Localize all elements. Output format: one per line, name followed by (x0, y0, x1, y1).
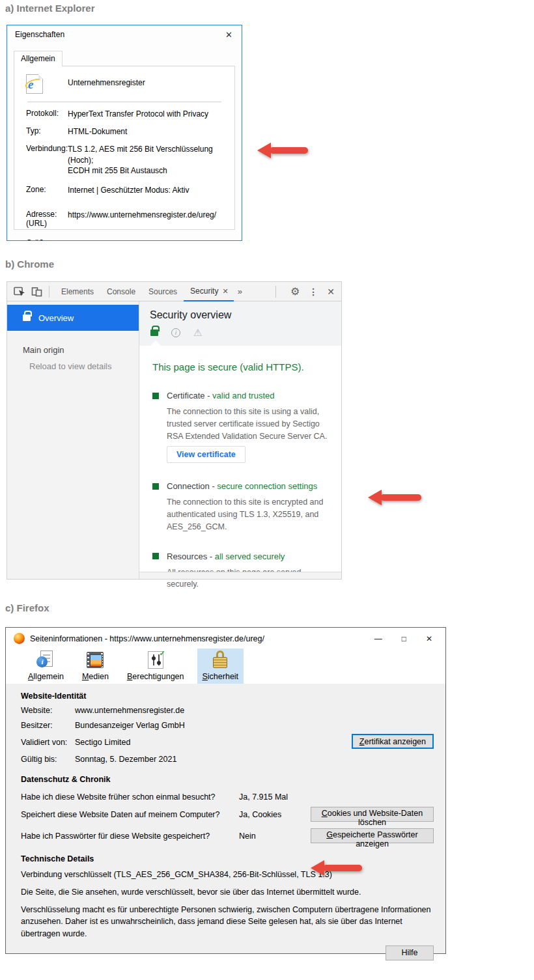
close-icon[interactable]: ✕ (327, 287, 335, 297)
tab-allgemein-label: Allgemein (28, 672, 64, 681)
tab-medien-label: Medien (82, 672, 109, 681)
ie-row-label: Zone: (26, 185, 68, 195)
row-value: Sonntag, 5. Dezember 2021 (75, 755, 176, 764)
media-filmstrip-icon (85, 651, 105, 670)
row-label: Website: (21, 706, 75, 715)
close-tab-icon[interactable]: ✕ (222, 287, 228, 296)
maximize-icon[interactable]: □ (402, 634, 406, 643)
kebab-menu-icon[interactable]: ⋮ (309, 287, 318, 297)
privacy-question: Habe ich Passwörter für diese Website ge… (21, 832, 239, 841)
privacy-row-cookies: Speichert diese Website Daten auf meinem… (21, 807, 434, 822)
close-icon[interactable]: ✕ (426, 634, 432, 643)
ie-row-label: Typ: (26, 126, 68, 137)
certificate-heading: Certificate - valid and trusted (167, 391, 274, 400)
permissions-sliders-icon: ✓ (146, 651, 165, 670)
ie-logo-icon: e (26, 74, 43, 94)
info-icon[interactable]: i (171, 328, 180, 337)
sidebar-item-overview[interactable]: Overview (7, 305, 139, 331)
more-tabs-icon[interactable]: » (238, 287, 242, 296)
ie-row-groesse: Größe: Nicht verfügbar (21, 238, 228, 241)
ff-window-title: Seiteninformationen - https://www.untern… (30, 634, 369, 643)
panel-title: Security overview (139, 301, 341, 321)
ie-window-title: Eigenschaften (15, 30, 223, 39)
red-arrow-chrome (368, 490, 422, 505)
clear-cookies-button[interactable]: Cookies und Website-Daten löschen (311, 807, 434, 822)
certificate-section: Certificate - valid and trusted The conn… (152, 391, 341, 463)
security-panel: Security overview i ⚠ This page is secur… (139, 301, 341, 579)
warning-icon[interactable]: ⚠ (193, 328, 202, 337)
ie-row-typ: Typ: HTML-Dokument (21, 126, 228, 137)
tab-sicherheit[interactable]: Sicherheit (197, 649, 244, 684)
technical-connection-line: Verbindung verschlüsselt (TLS_AES_256_GC… (21, 869, 434, 880)
row-value: Bundesanzeiger Verlag GmbH (75, 721, 185, 730)
divider (27, 102, 221, 102)
gear-icon[interactable]: ⚙ (290, 285, 300, 298)
ie-row-value: HyperText Transfer Protocol with Privacy (68, 109, 228, 119)
device-toolbar-icon[interactable] (31, 286, 42, 297)
tab-allgemein[interactable]: Allgemein (14, 51, 63, 66)
identity-row-website: Website: www.unternehmensregister.de (21, 706, 434, 715)
ie-row-protokoll: Protokoll: HyperText Transfer Protocol w… (21, 109, 228, 119)
tab-security[interactable]: Security ✕ (184, 281, 234, 301)
ie-row-label: Größe: (26, 238, 68, 241)
secure-lock-icon[interactable] (150, 329, 158, 336)
ie-row-value: Internet | Geschützter Modus: Aktiv (68, 185, 228, 195)
ie-row-value: TLS 1.2, AES mit 256 Bit Verschlüsselung… (68, 144, 228, 176)
connection-description: The connection to this site is encrypted… (167, 496, 333, 533)
ie-properties-window: Eigenschaften ✕ Allgemein e Unternehmens… (7, 25, 242, 241)
section-heading-firefox: c) Firefox (5, 602, 49, 613)
resources-status-link[interactable]: all served securely (215, 552, 285, 561)
connection-label: Connection - (167, 481, 217, 491)
identity-row-validiert: Validiert von: Sectigo Limited Zertifika… (21, 738, 434, 747)
row-label: Besitzer: (21, 721, 75, 730)
tab-sources[interactable]: Sources (142, 287, 184, 296)
row-label: Gültig bis: (21, 755, 75, 764)
privacy-answer: Nein (239, 832, 311, 841)
privacy-row-visited: Habe ich diese Website früher schon einm… (21, 789, 434, 804)
red-arrow-ie (257, 143, 308, 158)
sidebar-reload-hint: Reload to view details (29, 361, 139, 371)
privacy-answer: Ja, 7.915 Mal (239, 792, 311, 802)
security-overview-header: Security overview i ⚠ (139, 301, 341, 346)
help-button[interactable]: Hilfe (386, 945, 434, 960)
panel-bottom-bar (139, 572, 341, 579)
ie-row-zone: Zone: Internet | Geschützter Modus: Akti… (21, 185, 228, 195)
ie-row-value: Nicht verfügbar (68, 238, 228, 241)
show-certificate-button[interactable]: Zertifikat anzeigen (352, 734, 434, 749)
firefox-pageinfo-window: Seiteninformationen - https://www.untern… (5, 627, 446, 954)
green-square-icon (152, 553, 159, 559)
ie-row-value: HTML-Dokument (68, 126, 228, 137)
identity-row-gueltig: Gültig bis: Sonntag, 5. Dezember 2021 (21, 755, 434, 764)
technical-explanation: Verschlüsselung macht es für unberechtig… (21, 904, 434, 939)
ff-tabstrip: i Allgemein Medien ✓ Berechtigungen Sich… (6, 649, 445, 684)
certificate-status-link[interactable]: valid and trusted (212, 391, 274, 400)
security-padlock-icon (210, 651, 230, 670)
view-certificate-button[interactable]: View certificate (167, 446, 246, 463)
green-square-icon (152, 393, 159, 399)
tab-console[interactable]: Console (100, 287, 142, 296)
privacy-answer: Ja, Cookies (239, 810, 311, 819)
security-sidebar: Overview Main origin Reload to view deta… (7, 301, 139, 579)
identity-heading: Website-Identität (21, 692, 434, 701)
sidebar-item-main-origin[interactable]: Main origin (23, 345, 139, 355)
privacy-question: Habe ich diese Website früher schon einm… (21, 792, 239, 802)
firefox-logo-icon (14, 633, 25, 644)
inspect-element-icon[interactable] (14, 287, 26, 297)
tab-elements[interactable]: Elements (55, 287, 100, 296)
certificate-description: The connection to this site is using a v… (167, 406, 333, 442)
tab-allgemein[interactable]: i Allgemein (23, 649, 69, 684)
tab-medien[interactable]: Medien (77, 649, 114, 684)
section-heading-chrome: b) Chrome (5, 259, 54, 270)
green-square-icon (152, 483, 159, 490)
section-heading-ie: a) Internet Explorer (5, 3, 95, 14)
minimize-icon[interactable]: — (374, 634, 382, 643)
show-passwords-button[interactable]: Gespeicherte Passwörter anzeigen (311, 828, 434, 843)
ff-titlebar: Seiteninformationen - https://www.untern… (6, 628, 445, 649)
row-value: Sectigo Limited (75, 738, 130, 747)
tab-berechtigungen[interactable]: ✓ Berechtigungen (122, 649, 190, 684)
red-arrow-firefox (311, 860, 362, 876)
divider (49, 286, 49, 298)
close-icon[interactable]: ✕ (223, 30, 235, 40)
connection-settings-link[interactable]: secure connection settings (217, 481, 317, 491)
secure-status-line: This page is secure (valid HTTPS). (152, 361, 341, 372)
